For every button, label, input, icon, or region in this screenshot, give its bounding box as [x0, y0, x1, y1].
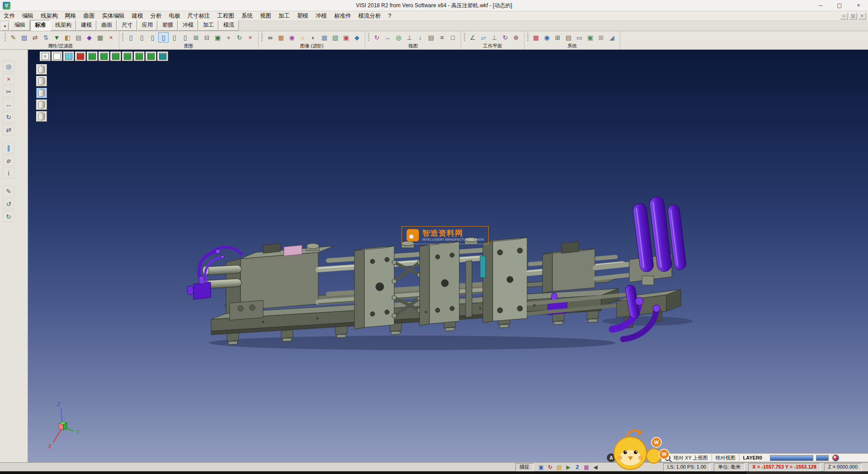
offset-icon[interactable]: ∥ — [3, 142, 14, 153]
align-view-icon[interactable]: ⊥ — [404, 32, 415, 43]
globe-status-icon[interactable] — [832, 455, 839, 461]
tab-wireframe[interactable]: 线架构 — [51, 20, 76, 31]
filter-layer-icon[interactable]: ▤ — [73, 32, 84, 43]
trim-icon[interactable]: ✂ — [3, 86, 14, 97]
color-swap-icon[interactable]: ⇄ — [30, 32, 40, 43]
view-front-icon[interactable] — [99, 52, 109, 61]
shadow-icon[interactable]: ◐ — [308, 32, 319, 43]
view-right-icon[interactable] — [122, 52, 133, 61]
rotate-view-icon[interactable]: ↻ — [372, 32, 382, 43]
tab-application[interactable]: 应用 — [137, 20, 157, 31]
zoom-dynamic-icon[interactable]: ◎ — [393, 32, 404, 43]
folder-status-icon[interactable]: ▤ — [555, 463, 563, 471]
view-list-icon[interactable]: ≡ — [437, 32, 447, 43]
background-icon[interactable]: ▧ — [330, 32, 340, 43]
move-icon[interactable]: ↔ — [3, 99, 14, 110]
undo-icon[interactable]: ↺ — [3, 198, 14, 209]
snapshot-icon[interactable]: ▣ — [341, 32, 351, 43]
section-view-icon[interactable]: ⊟ — [202, 32, 212, 43]
menu-item[interactable]: 冲模 — [312, 11, 330, 20]
zoom-element-icon[interactable]: ◎ — [3, 61, 14, 72]
filter-surfaces-icon[interactable] — [36, 88, 47, 98]
filter-points-icon[interactable] — [36, 64, 47, 75]
perspective-view-icon[interactable]: ▯ — [169, 32, 179, 43]
menu-item[interactable]: 视图 — [256, 11, 275, 20]
absolute-view-button[interactable]: 绝对视图 — [714, 455, 737, 461]
multi-view-icon[interactable]: ⊞ — [191, 32, 201, 43]
clear-filter-icon[interactable]: × — [106, 32, 116, 43]
tab-machining[interactable]: 加工 — [198, 20, 218, 31]
menu-item[interactable]: 曲面 — [80, 11, 99, 20]
texture-icon[interactable]: ▦ — [276, 32, 286, 43]
properties-icon[interactable]: ✎ — [8, 32, 19, 43]
rotate-icon[interactable]: ↻ — [3, 111, 14, 123]
menu-item[interactable]: 文件 — [0, 11, 19, 20]
redo-icon[interactable]: ↻ — [3, 211, 14, 222]
delete-icon[interactable]: × — [3, 73, 14, 85]
layer-move-icon[interactable]: ⇅ — [41, 32, 51, 43]
workplane-origin-icon[interactable]: ⊕ — [511, 32, 521, 43]
select-all-icon[interactable]: ▦ — [95, 32, 105, 43]
menu-item[interactable]: 加工 — [275, 11, 293, 20]
lighting-icon[interactable]: ☼ — [297, 32, 308, 43]
viewport-canvas[interactable]: Z X Y ≡ 智造资料网 INTELLIGENT MANUFACTURING … — [28, 50, 868, 462]
maximize-button[interactable]: ▢ — [830, 0, 849, 11]
menu-item[interactable]: 建模 — [128, 11, 147, 20]
filter-funnel-icon[interactable]: ▼ — [52, 32, 62, 43]
shade-mode-icon[interactable] — [52, 52, 62, 61]
menu-item[interactable]: 实体编辑 — [99, 11, 128, 20]
filter-color-icon[interactable]: ◧ — [62, 32, 73, 43]
pointer-status-icon[interactable]: ▶ — [564, 463, 572, 471]
filter-meshes-icon[interactable] — [36, 111, 47, 122]
document-restore-button[interactable]: ◱ — [849, 13, 857, 19]
document-close-button[interactable]: × — [858, 13, 866, 19]
filter-solids-icon[interactable] — [36, 100, 47, 110]
shade-cyan-icon[interactable] — [63, 52, 74, 61]
tab-dimension[interactable]: 尺寸 — [117, 20, 137, 31]
pan-view-icon[interactable]: + — [223, 32, 234, 43]
menu-item[interactable]: 标准件 — [330, 11, 355, 20]
machine-3d-model[interactable] — [187, 194, 693, 350]
tab-die[interactable]: 冲模 — [178, 20, 198, 31]
tab-mold[interactable]: 塑膜 — [158, 20, 178, 31]
shaded-view-icon[interactable]: ▯ — [147, 32, 158, 43]
view-iso-icon[interactable] — [146, 52, 156, 61]
material-icon[interactable]: ◉ — [287, 32, 297, 43]
menu-item[interactable]: 塑模 — [293, 11, 312, 20]
workplane-align-icon[interactable]: ⊥ — [489, 32, 500, 43]
advanced-render-icon[interactable]: ◆ — [352, 32, 362, 43]
refresh-status-icon[interactable]: ↻ — [546, 463, 554, 471]
view-iso-red-icon[interactable] — [75, 52, 86, 61]
workplane-xy-icon[interactable]: ▱ — [478, 32, 489, 43]
mirror-icon[interactable]: ⇄ — [3, 124, 14, 135]
minimize-button[interactable]: ─ — [811, 0, 830, 11]
menu-item[interactable]: 编辑 — [19, 11, 37, 20]
info-icon[interactable]: i — [3, 167, 14, 179]
grid-settings-icon[interactable]: ⊠ — [596, 32, 606, 43]
tab-edit[interactable]: 编辑 — [10, 20, 30, 31]
measure-icon[interactable]: ⌀ — [3, 155, 14, 166]
tab-dropdown-button[interactable]: ▼ — [1, 22, 9, 31]
windows-taskbar[interactable] — [0, 471, 868, 474]
menu-item[interactable]: 系统 — [238, 11, 256, 20]
view-iso-shaded-icon[interactable] — [157, 52, 168, 61]
menu-item[interactable]: 线架构 — [37, 11, 61, 20]
menu-item[interactable]: 电极 — [165, 11, 184, 20]
menu-item[interactable]: 网格 — [61, 11, 80, 20]
view-back-icon[interactable] — [134, 52, 145, 61]
render-view-icon[interactable]: ▯ — [158, 32, 169, 43]
hidden-line-icon[interactable]: ▯ — [137, 32, 147, 43]
document-minimize-button[interactable]: ─ — [840, 13, 848, 19]
active-layer-indicator[interactable]: LAYER0 — [742, 455, 764, 460]
menu-item[interactable]: 工程图 — [214, 11, 238, 20]
pan-icon[interactable]: ↔ — [382, 32, 393, 43]
menu-item[interactable]: ? — [385, 11, 395, 20]
save-status-icon[interactable]: ▣ — [537, 463, 545, 471]
clear-graphics-icon[interactable]: × — [245, 32, 255, 43]
regen-view-icon[interactable]: ↻ — [234, 32, 245, 43]
drawing-sheet-icon[interactable]: ▯ — [180, 32, 190, 43]
globe-icon[interactable]: ◉ — [542, 32, 552, 43]
view-left-icon[interactable] — [110, 52, 121, 61]
view-top-icon[interactable] — [87, 52, 98, 61]
wireframe-view-icon[interactable]: ▯ — [126, 32, 136, 43]
